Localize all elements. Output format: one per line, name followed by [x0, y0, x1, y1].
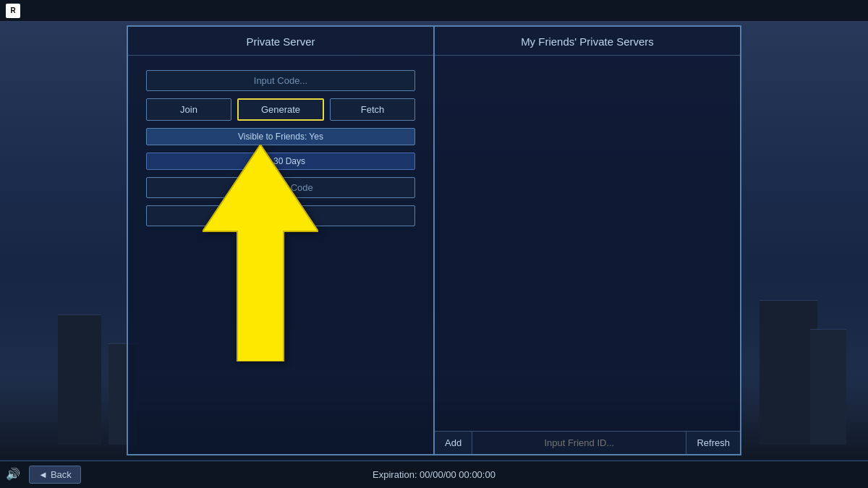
generate-button[interactable]: Generate: [237, 98, 324, 121]
private-server-title: Private Server: [128, 27, 433, 56]
friends-list: [435, 56, 740, 431]
friends-private-servers-panel: My Friends' Private Servers Add Refresh: [435, 27, 740, 454]
action-button-row: Join Generate Fetch: [146, 98, 415, 121]
building-3: [760, 300, 817, 445]
friends-panel-title: My Friends' Private Servers: [435, 27, 740, 56]
extra-input-field[interactable]: [146, 205, 415, 226]
back-icon: ◄: [38, 469, 48, 480]
bottombar-left: ◄ Back: [22, 466, 88, 484]
private-server-content: Join Generate Fetch Visible to Friends: …: [128, 56, 433, 241]
expiration-text: Expiration: 00/00/00 00:00:00: [373, 469, 495, 480]
back-button[interactable]: ◄ Back: [29, 466, 81, 484]
input-key-code-field[interactable]: [146, 177, 415, 198]
back-label: Back: [51, 469, 72, 480]
visible-to-friends-info: Visible to Friends: Yes: [146, 128, 415, 145]
bottombar: 🔊 ◄ Back Expiration: 00/00/00 00:00:00: [0, 461, 868, 488]
join-button[interactable]: Join: [146, 98, 231, 121]
buy-days-button[interactable]: Buy 30 Days: [146, 153, 415, 170]
main-dialog: Private Server Join Generate Fetch Visib…: [127, 25, 741, 455]
input-code-field[interactable]: [146, 70, 415, 91]
fetch-button[interactable]: Fetch: [330, 98, 415, 121]
friend-id-input[interactable]: [472, 432, 686, 454]
add-friend-button[interactable]: Add: [435, 432, 472, 454]
topbar: R: [0, 0, 868, 22]
building-1: [58, 314, 101, 445]
volume-icon[interactable]: 🔊: [6, 467, 20, 481]
roblox-logo-icon: R: [6, 4, 20, 18]
building-4: [810, 329, 846, 445]
refresh-button[interactable]: Refresh: [686, 432, 740, 454]
friends-bottom-bar: Add Refresh: [435, 431, 740, 454]
private-server-panel: Private Server Join Generate Fetch Visib…: [128, 27, 435, 454]
